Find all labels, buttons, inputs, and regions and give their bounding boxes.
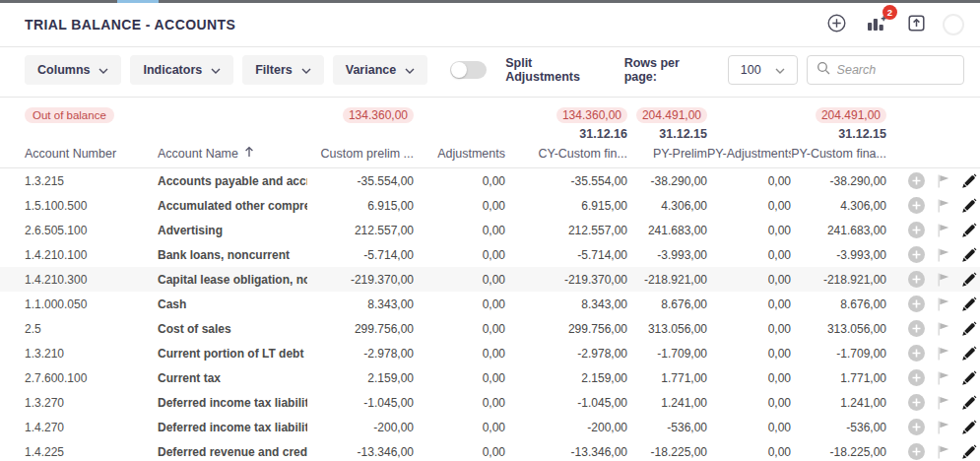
edit-button[interactable] [961, 223, 977, 238]
account-number: 2.7.600.100 [0, 371, 158, 385]
add-adjustment-button[interactable] [908, 197, 925, 214]
edit-button[interactable] [961, 198, 977, 214]
py-custom-final-value: 8.676,00 [791, 297, 886, 311]
column-header-py-custom-final[interactable]: PY-Custom fina... [791, 147, 886, 161]
custom-prelim-value: -1.045,00 [313, 396, 414, 410]
account-name: Capital lease obligation, noncurre... [158, 273, 307, 287]
add-adjustment-button[interactable] [908, 345, 925, 362]
account-name: Current portion of LT debt & capi... [158, 347, 307, 361]
column-header-account-number[interactable]: Account Number [0, 147, 158, 161]
column-header-py-prelim[interactable]: PY-Prelim [627, 147, 707, 161]
edit-button[interactable] [961, 173, 977, 189]
column-header-py-adjustments[interactable]: PY-Adjustments [707, 147, 791, 161]
add-button[interactable] [824, 11, 849, 38]
add-adjustment-button[interactable] [908, 222, 925, 238]
py-adjustments-value: 0,00 [707, 421, 791, 434]
add-adjustment-button[interactable] [908, 394, 925, 411]
custom-prelim-value: 2.159,00 [313, 371, 414, 385]
add-adjustment-button[interactable] [908, 271, 925, 288]
account-name: Accumulated other comprehensi... [158, 199, 307, 213]
split-adjustments-toggle[interactable] [450, 61, 487, 79]
py-custom-final-value: 4.306,00 [791, 199, 886, 213]
reports-button[interactable]: 2 [863, 11, 890, 38]
cy-date: 31.12.16 [579, 127, 627, 141]
flag-button[interactable] [936, 370, 950, 386]
table-row[interactable]: 1.4.225 Deferred revenue and credits, no… [0, 439, 980, 461]
py-adjustments-value: 0,00 [707, 322, 791, 336]
avatar[interactable] [943, 14, 964, 35]
edit-button[interactable] [961, 420, 977, 435]
flag-button[interactable] [936, 272, 950, 288]
export-button[interactable] [904, 11, 929, 38]
table-row[interactable]: 1.5.100.500 Accumulated other comprehens… [0, 193, 980, 218]
flag-button[interactable] [936, 321, 950, 337]
adjustments-value: 0,00 [414, 445, 505, 459]
filters-dropdown[interactable]: Filters [242, 55, 324, 85]
py-custom-final-value: -1.709,00 [791, 347, 886, 361]
edit-button[interactable] [961, 395, 977, 411]
adjustments-value: 0,00 [414, 199, 505, 213]
columns-dropdown[interactable]: Columns [25, 55, 121, 85]
add-adjustment-button[interactable] [908, 419, 925, 435]
page-title: TRIAL BALANCE - ACCOUNTS [25, 17, 235, 33]
oob-py-custom-final: 204.491,00 [816, 107, 886, 123]
py-adjustments-value: 0,00 [707, 224, 791, 237]
table-row[interactable]: 1.1.000.050 Cash 8.343,00 0,00 8.343,00 … [0, 292, 980, 316]
add-adjustment-button[interactable] [908, 172, 925, 189]
flag-button[interactable] [936, 296, 950, 312]
edit-button[interactable] [961, 346, 977, 362]
column-header-cy-custom-final[interactable]: CY-Custom fin... [505, 147, 627, 161]
column-header-custom-prelim[interactable]: Custom prelim ... [313, 147, 414, 161]
flag-button[interactable] [936, 173, 950, 189]
table-row[interactable]: 1.4.210.100 Bank loans, noncurrent -5.71… [0, 242, 980, 267]
column-header-account-name[interactable]: Account Name [158, 146, 313, 161]
table-row[interactable]: 2.7.600.100 Current tax 2.159,00 0,00 2.… [0, 365, 980, 390]
search-icon [817, 61, 830, 79]
account-name: Deferred revenue and credits, no... [158, 445, 307, 459]
adjustments-value: 0,00 [414, 174, 505, 188]
notification-badge: 2 [882, 5, 897, 20]
add-adjustment-button[interactable] [908, 296, 925, 312]
flag-button[interactable] [936, 420, 950, 435]
flag-button[interactable] [936, 346, 950, 362]
flag-button[interactable] [936, 198, 950, 214]
edit-button[interactable] [961, 370, 977, 386]
edit-button[interactable] [961, 444, 977, 460]
split-adjustments-label: Split Adjustments [505, 56, 606, 84]
table-header: Out of balance 134.360,00 134.360,00 204… [0, 97, 980, 168]
py-adjustments-value: 0,00 [707, 297, 791, 311]
search-input[interactable] [837, 63, 954, 77]
custom-prelim-value: -35.554,00 [313, 174, 414, 188]
edit-button[interactable] [961, 272, 977, 288]
window-top-strip [0, 0, 980, 3]
add-adjustment-button[interactable] [908, 246, 925, 263]
table-row[interactable]: 1.4.210.300 Capital lease obligation, no… [0, 267, 980, 292]
flag-button[interactable] [936, 223, 950, 238]
custom-prelim-value: -200,00 [313, 421, 414, 434]
flag-button[interactable] [936, 395, 950, 411]
chevron-down-icon [98, 63, 108, 77]
add-adjustment-button[interactable] [908, 369, 925, 386]
add-adjustment-button[interactable] [908, 320, 925, 337]
adjustments-value: 0,00 [414, 297, 505, 311]
search-box [807, 55, 964, 85]
column-header-adjustments[interactable]: Adjustments [414, 147, 505, 161]
flag-button[interactable] [936, 247, 950, 263]
flag-button[interactable] [936, 444, 950, 460]
table-row[interactable]: 1.3.210 Current portion of LT debt & cap… [0, 341, 980, 365]
indicators-dropdown[interactable]: Indicators [130, 55, 233, 85]
add-adjustment-button[interactable] [908, 443, 925, 460]
rows-per-page-select[interactable]: 100 [728, 55, 798, 85]
variance-dropdown-label: Variance [346, 63, 396, 77]
table-row[interactable]: 2.5 Cost of sales 299.756,00 0,00 299.75… [0, 316, 980, 341]
table-row[interactable]: 1.3.270 Deferred income tax liabilities,… [0, 390, 980, 415]
table-row[interactable]: 1.4.270 Deferred income tax liability, n… [0, 415, 980, 439]
table-row[interactable]: 2.6.505.100 Advertising 212.557,00 0,00 … [0, 218, 980, 242]
variance-dropdown[interactable]: Variance [333, 55, 427, 85]
edit-button[interactable] [961, 247, 977, 263]
account-number: 1.5.100.500 [0, 199, 158, 213]
edit-button[interactable] [961, 296, 977, 312]
table-row[interactable]: 1.3.215 Accounts payable and accrued lia… [0, 168, 980, 193]
py-adjustments-value: 0,00 [707, 396, 791, 410]
edit-button[interactable] [961, 321, 977, 337]
